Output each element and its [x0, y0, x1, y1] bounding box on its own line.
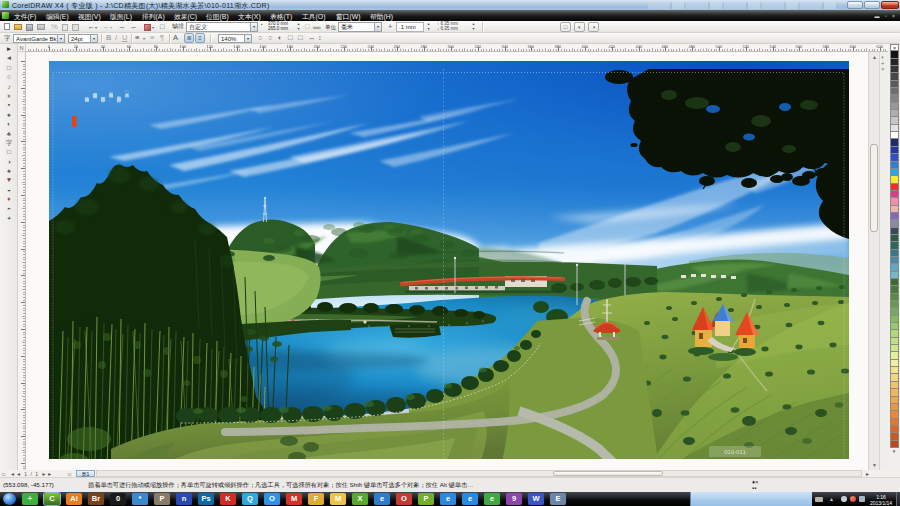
svg-text:010-011: 010-011 — [724, 449, 746, 455]
